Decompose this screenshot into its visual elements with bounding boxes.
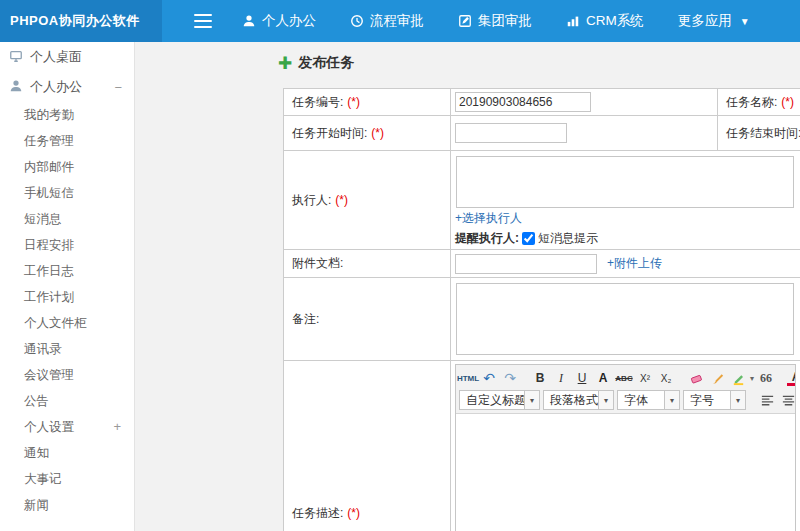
table-row: 任务描述:(*) HTML ↶ ↷ B I U [284, 361, 800, 531]
sidebar-item-desktop[interactable]: 个人桌面 [0, 42, 134, 72]
nav-group-approval[interactable]: 集团审批 [458, 12, 532, 30]
task-number-input[interactable] [455, 92, 591, 112]
sidebar-item-label: 个人桌面 [30, 48, 125, 66]
person-icon [9, 79, 23, 96]
sidebar-item-attendance[interactable]: 我的考勤 [0, 102, 134, 128]
chevron-down-icon: ▾ [730, 391, 745, 409]
align-left-icon[interactable] [758, 391, 776, 409]
edit-square-icon [458, 14, 472, 28]
font-size-select[interactable]: 字号 ▾ [683, 390, 746, 410]
menu-toggle-icon[interactable] [194, 14, 212, 28]
task-number-label: 任务编号:(*) [284, 89, 451, 116]
sidebar-item-settings[interactable]: 个人设置 + [0, 414, 134, 440]
sidebar-item-work-log[interactable]: 工作日志 [0, 258, 134, 284]
nav-label: 个人办公 [262, 12, 316, 30]
editor-toolbar: HTML ↶ ↷ B I U A ABC X² X₂ [456, 365, 795, 414]
editor-content-area[interactable] [456, 414, 795, 531]
sms-remind-label: 短消息提示 [538, 230, 598, 247]
blockquote-button[interactable]: 66 [757, 369, 775, 387]
attachment-upload-link[interactable]: +附件上传 [607, 255, 662, 272]
underline-button[interactable]: U [573, 369, 591, 387]
nav-more-apps[interactable]: 更多应用 ▼ [678, 12, 750, 30]
chevron-down-icon[interactable]: ▾ [750, 374, 754, 383]
chevron-down-icon: ▾ [598, 391, 613, 409]
eraser-icon[interactable] [687, 369, 705, 387]
publish-task-form: 任务编号:(*) 任务名称:(*) 任务开始时间:(*) 任务结束时间:(*) … [283, 88, 800, 531]
page-title-text: 发布任务 [298, 54, 354, 72]
sidebar-item-internal-mail[interactable]: 内部邮件 [0, 154, 134, 180]
sidebar-item-work-plan[interactable]: 工作计划 [0, 284, 134, 310]
desktop-icon [9, 49, 23, 66]
top-header: PHPOA协同办公软件 个人办公 流程审批 集团审批 CRM系统 [0, 0, 800, 42]
table-row: 附件文档: +附件上传 [284, 250, 800, 278]
paragraph-format-select[interactable]: 段落格式 ▾ [543, 390, 614, 410]
sidebar-item-notice[interactable]: 通知 [0, 440, 134, 466]
description-label: 任务描述:(*) [284, 361, 451, 531]
bold-button[interactable]: B [531, 369, 549, 387]
chevron-down-icon: ▼ [740, 16, 750, 27]
rich-text-editor: HTML ↶ ↷ B I U A ABC X² X₂ [455, 364, 796, 531]
sidebar-item-file-cabinet[interactable]: 个人文件柜 [0, 310, 134, 336]
sidebar-item-sms[interactable]: 手机短信 [0, 180, 134, 206]
attachment-input[interactable] [455, 254, 597, 274]
bar-chart-icon [566, 14, 580, 28]
superscript-button[interactable]: X² [636, 369, 654, 387]
remark-textarea[interactable] [456, 283, 794, 355]
nav-label: 集团审批 [478, 12, 532, 30]
chevron-down-icon: ▾ [524, 391, 539, 409]
collapse-icon[interactable]: − [114, 80, 125, 95]
sidebar-item-news[interactable]: 新闻 [0, 492, 134, 518]
table-row: 任务开始时间:(*) 任务结束时间:(*) [284, 116, 800, 151]
sidebar-item-announcement[interactable]: 公告 [0, 388, 134, 414]
app-logo: PHPOA协同办公软件 [0, 0, 162, 42]
sidebar-item-label: 个人办公 [30, 78, 107, 96]
font-family-select[interactable]: 字体 ▾ [617, 390, 680, 410]
sidebar-item-task-management[interactable]: 任务管理 [0, 128, 134, 154]
sidebar-item-meeting[interactable]: 会议管理 [0, 362, 134, 388]
sidebar-item-personal-office[interactable]: 个人办公 − [0, 72, 134, 102]
main-nav: 个人办公 流程审批 集团审批 CRM系统 更多应用 ▼ [242, 12, 750, 30]
expand-icon[interactable]: + [113, 414, 124, 440]
nav-personal-office[interactable]: 个人办公 [242, 12, 316, 30]
subscript-button[interactable]: X₂ [657, 369, 675, 387]
strikethrough-button[interactable]: ABC [615, 369, 633, 387]
clock-icon [350, 14, 364, 28]
remark-label: 备注: [284, 278, 451, 361]
person-icon [242, 14, 256, 28]
nav-crm-system[interactable]: CRM系统 [566, 12, 644, 30]
italic-button[interactable]: I [552, 369, 570, 387]
undo-icon[interactable]: ↶ [480, 369, 498, 387]
end-time-label: 任务结束时间:(*) [718, 116, 800, 151]
nav-label: 流程审批 [370, 12, 424, 30]
add-icon: ✚ [278, 55, 292, 72]
start-time-label: 任务开始时间:(*) [284, 116, 451, 151]
sms-remind-checkbox[interactable] [522, 232, 535, 245]
align-center-icon[interactable] [779, 391, 796, 409]
font-color-button[interactable]: A [787, 371, 796, 386]
main-content: ✚ 发布任务 任务编号:(*) 任务名称:(*) 任务开始时间:(*) 任务结束… [136, 42, 800, 531]
nav-workflow-approval[interactable]: 流程审批 [350, 12, 424, 30]
executor-textarea[interactable] [456, 156, 794, 208]
format-brush-icon[interactable] [708, 369, 726, 387]
font-button[interactable]: A [594, 369, 612, 387]
table-row: 备注: [284, 278, 800, 361]
nav-label: 更多应用 [678, 12, 732, 30]
page-title: ✚ 发布任务 [278, 54, 354, 72]
chevron-down-icon: ▾ [664, 391, 679, 409]
source-code-button[interactable]: HTML [459, 369, 477, 387]
choose-executor-link[interactable]: +选择执行人 [455, 211, 522, 225]
sidebar-item-events[interactable]: 大事记 [0, 466, 134, 492]
start-time-input[interactable] [455, 123, 567, 143]
redo-icon[interactable]: ↷ [501, 369, 519, 387]
highlight-color-icon[interactable] [729, 369, 747, 387]
sidebar-item-schedule[interactable]: 日程安排 [0, 232, 134, 258]
executor-label: 执行人:(*) [284, 151, 451, 250]
table-row: 执行人:(*) +选择执行人 提醒执行人: 短消息提示 [284, 151, 800, 250]
sidebar-item-contacts[interactable]: 通讯录 [0, 336, 134, 362]
nav-label: CRM系统 [586, 12, 644, 30]
sidebar-item-short-message[interactable]: 短消息 [0, 206, 134, 232]
table-row: 任务编号:(*) 任务名称:(*) [284, 89, 800, 116]
remind-executor-label: 提醒执行人: [455, 230, 519, 247]
heading-select[interactable]: 自定义标题 ▾ [459, 390, 540, 410]
sidebar: 个人桌面 个人办公 − 我的考勤 任务管理 内部邮件 手机短信 短消息 日程安排… [0, 42, 135, 531]
